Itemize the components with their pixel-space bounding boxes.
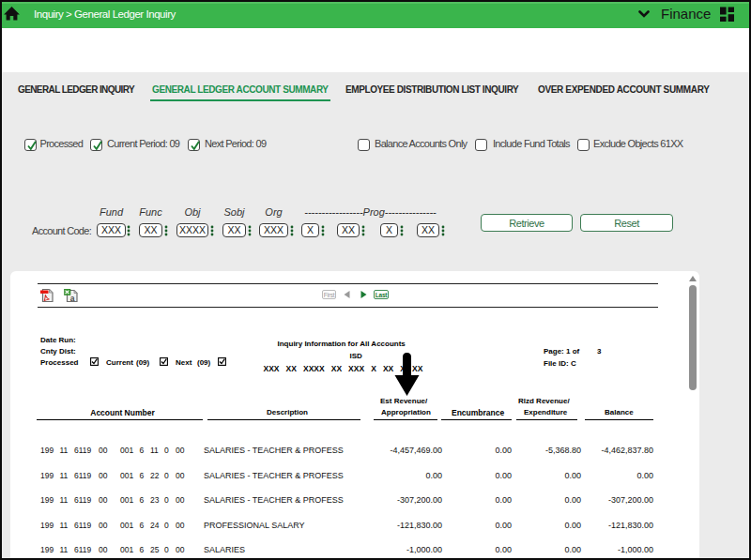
svg-text:a: a	[70, 294, 75, 302]
